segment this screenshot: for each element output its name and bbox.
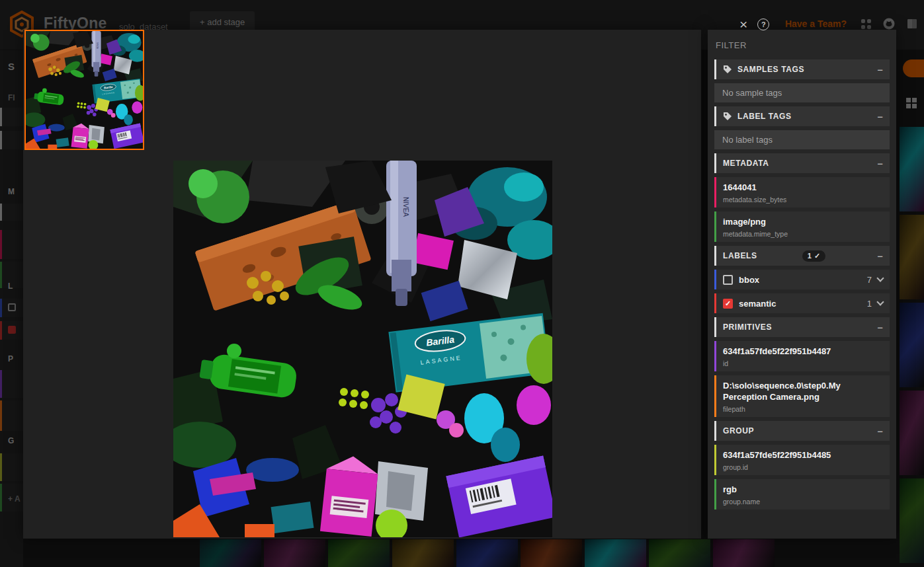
section-accent-bar bbox=[714, 421, 716, 441]
tag-icon bbox=[723, 112, 732, 121]
group-name-entry[interactable]: rgb group.name bbox=[714, 479, 890, 510]
section-accent-bar bbox=[714, 106, 716, 126]
primitives-header[interactable]: PRIMITIVES − bbox=[714, 317, 890, 337]
entry-value: image/png bbox=[723, 216, 883, 227]
badge-count: 1 bbox=[808, 252, 812, 260]
sample-modal: FILTER SAMPLES TAGS − No sample tags LAB… bbox=[23, 30, 896, 539]
no-label-tags-text: No label tags bbox=[714, 130, 890, 149]
help-icon[interactable]: ? bbox=[757, 19, 769, 30]
entry-value: D:\solo\sequence.0\step0.My Perception C… bbox=[723, 380, 883, 402]
group-title: GROUP bbox=[723, 426, 754, 435]
entry-value: 634f1a57fde5f22f951b4487 bbox=[723, 346, 883, 357]
label-tags-header[interactable]: LABEL TAGS − bbox=[714, 106, 890, 126]
entry-value: 634f1a57fde5f22f951b4485 bbox=[723, 449, 883, 461]
label-name: semantic bbox=[739, 299, 776, 309]
checkbox-checked[interactable]: ✓ bbox=[723, 299, 733, 309]
modal-sidebar: FILTER SAMPLES TAGS − No sample tags LAB… bbox=[708, 30, 896, 539]
sample-viewer[interactable] bbox=[23, 30, 701, 539]
field-color-bar bbox=[714, 479, 716, 510]
chevron-down-icon[interactable] bbox=[876, 274, 884, 282]
field-color-bar bbox=[714, 341, 716, 371]
check-icon: ✓ bbox=[814, 252, 820, 260]
label-name: bbox bbox=[739, 275, 759, 285]
label-row-bbox[interactable]: bbox 7 bbox=[714, 270, 890, 289]
field-color-bar bbox=[714, 211, 716, 242]
entry-value: rgb bbox=[723, 484, 883, 495]
metadata-header[interactable]: METADATA − bbox=[714, 153, 890, 173]
section-accent-bar bbox=[714, 59, 716, 79]
primitives-title: PRIMITIVES bbox=[723, 322, 772, 332]
metadata-size-bytes-entry[interactable]: 1644041 metadata.size_bytes bbox=[714, 177, 890, 208]
checkbox-unchecked[interactable] bbox=[723, 275, 733, 285]
samples-tags-header[interactable]: SAMPLES TAGS − bbox=[714, 59, 890, 79]
primitive-filepath-entry[interactable]: D:\solo\sequence.0\step0.My Perception C… bbox=[714, 375, 890, 417]
collapse-icon[interactable]: − bbox=[877, 65, 883, 75]
labels-count-badge: 1 ✓ bbox=[802, 250, 825, 262]
labels-title: LABELS bbox=[723, 251, 757, 260]
modal-controls: × ? bbox=[739, 17, 769, 31]
collapse-icon[interactable]: − bbox=[877, 426, 883, 436]
entry-field: metadata.size_bytes bbox=[723, 196, 883, 204]
metadata-title: METADATA bbox=[723, 159, 769, 168]
collapse-icon[interactable]: − bbox=[877, 159, 883, 169]
section-accent-bar bbox=[714, 317, 716, 337]
label-row-semantic[interactable]: ✓ semantic 1 bbox=[714, 293, 890, 313]
field-color-bar bbox=[714, 270, 716, 289]
entry-value: 1644041 bbox=[723, 182, 883, 193]
sample-thumbnail[interactable] bbox=[24, 30, 144, 150]
chevron-down-icon[interactable] bbox=[876, 298, 884, 305]
entry-field: id bbox=[723, 359, 883, 367]
section-accent-bar bbox=[714, 153, 716, 173]
field-color-bar bbox=[714, 445, 716, 475]
entry-field: group.name bbox=[723, 498, 883, 506]
entry-field: metadata.mime_type bbox=[723, 230, 883, 238]
collapse-icon[interactable]: − bbox=[877, 251, 883, 261]
tag-icon bbox=[723, 65, 732, 74]
check-icon: ✓ bbox=[725, 299, 731, 308]
label-count: 1 bbox=[867, 299, 872, 309]
no-sample-tags-text: No sample tags bbox=[714, 83, 890, 102]
field-color-bar bbox=[714, 177, 716, 208]
samples-tags-title: SAMPLES TAGS bbox=[737, 65, 804, 74]
entry-field: filepath bbox=[723, 405, 883, 413]
sample-image[interactable] bbox=[173, 161, 552, 537]
metadata-mime-type-entry[interactable]: image/png metadata.mime_type bbox=[714, 211, 890, 242]
group-header[interactable]: GROUP − bbox=[714, 421, 890, 441]
filter-title: FILTER bbox=[716, 40, 890, 50]
close-icon[interactable]: × bbox=[739, 17, 747, 31]
collapse-icon[interactable]: − bbox=[877, 112, 883, 122]
collapse-icon[interactable]: − bbox=[877, 322, 883, 332]
field-color-bar bbox=[714, 375, 716, 417]
section-accent-bar bbox=[714, 246, 716, 266]
group-id-entry[interactable]: 634f1a57fde5f22f951b4485 group.id bbox=[714, 445, 890, 475]
entry-field: group.id bbox=[723, 463, 883, 471]
label-count: 7 bbox=[867, 275, 872, 285]
field-color-bar bbox=[714, 293, 716, 313]
app-root: FiftyOne solo_dataset + add stage Have a… bbox=[0, 0, 924, 567]
labels-header[interactable]: LABELS 1 ✓ − bbox=[714, 246, 890, 266]
label-tags-title: LABEL TAGS bbox=[737, 112, 792, 121]
primitive-id-entry[interactable]: 634f1a57fde5f22f951b4487 id bbox=[714, 341, 890, 371]
